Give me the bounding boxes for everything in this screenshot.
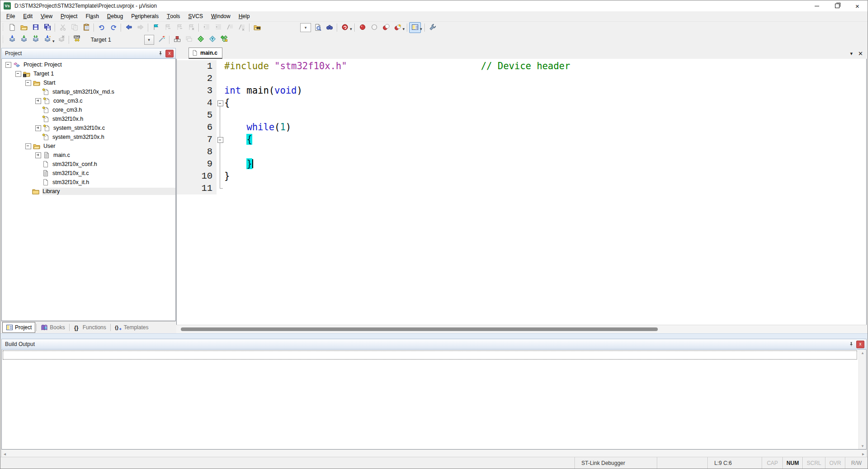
disable-all-breakpoints-button[interactable]	[380, 22, 392, 33]
chevron-down-icon[interactable]: ▾	[144, 35, 154, 45]
navigate-back-button[interactable]	[123, 22, 135, 33]
tab-list-dropdown-icon[interactable]: ▾	[850, 51, 853, 57]
line-number[interactable]: 11	[177, 182, 217, 194]
scrollbar-thumb[interactable]	[181, 327, 658, 331]
line-number[interactable]: 4	[177, 97, 217, 109]
options-for-target-button[interactable]	[156, 34, 168, 45]
panel-tab-books[interactable]: ?Books	[38, 322, 68, 332]
kill-all-breakpoints-button[interactable]	[392, 22, 404, 33]
code-line-6[interactable]: 6 while(1)	[177, 121, 866, 133]
unindent-button[interactable]	[212, 22, 224, 33]
manage-layout-button[interactable]	[183, 34, 195, 45]
tree-item-startup-stm32f10x-md-s[interactable]: startup_stm32f10x_md.s	[2, 87, 175, 96]
find-combo[interactable]: ▾	[300, 23, 311, 32]
tree-item-stm32f10x-conf-h[interactable]: stm32f10x_conf.h	[2, 160, 175, 169]
expand-icon[interactable]	[35, 152, 41, 158]
pin-icon[interactable]	[157, 50, 164, 57]
disable-breakpoint-button[interactable]	[368, 22, 380, 33]
tree-item-user[interactable]: User	[2, 142, 175, 151]
tree-item-main-c[interactable]: main.c	[2, 151, 175, 160]
panel-tab-project[interactable]: Project	[2, 322, 35, 333]
tab-main-c[interactable]: main.c	[189, 47, 222, 59]
build-output-vertical-scrollbar[interactable]: ▴ ▾	[859, 350, 866, 449]
clear-bookmarks-button[interactable]	[185, 22, 197, 33]
target-select-combo[interactable]: Target 1▾	[87, 35, 154, 45]
cut-button[interactable]	[57, 22, 69, 33]
tree-item-stm32f10x-it-h[interactable]: stm32f10x_it.h	[2, 178, 175, 187]
new-file-button[interactable]	[6, 22, 18, 33]
translate-button[interactable]	[6, 34, 18, 45]
build-output-close-button[interactable]: x	[856, 341, 864, 348]
line-number[interactable]: 1	[177, 60, 217, 72]
next-bookmark-button[interactable]	[162, 22, 174, 33]
expand-icon[interactable]	[35, 98, 41, 104]
line-number[interactable]: 7	[177, 133, 217, 146]
tree-item-project-project[interactable]: Project: Project	[2, 60, 175, 69]
editor-horizontal-scrollbar[interactable]	[176, 325, 867, 333]
close-button[interactable]: ×	[847, 0, 868, 11]
toolbar-grip[interactable]	[2, 36, 5, 44]
tree-item-start[interactable]: Start	[2, 78, 175, 87]
pin-icon[interactable]	[848, 341, 855, 348]
line-number[interactable]: 5	[177, 109, 217, 121]
menu-svcs[interactable]: SVCS	[184, 11, 207, 21]
menu-window[interactable]: Window	[207, 11, 235, 21]
chevron-down-icon[interactable]: ▾	[403, 27, 405, 31]
panel-tab-functions[interactable]: {}Functions	[71, 322, 109, 332]
line-number[interactable]: 2	[177, 72, 217, 85]
code-line-3[interactable]: 3int main(void)	[177, 85, 866, 97]
build-output-content[interactable]: ▴ ▾	[1, 350, 867, 450]
tree-item-stm32f10x-it-c[interactable]: stm32f10x_it.c	[2, 169, 175, 178]
incremental-find-button[interactable]	[324, 22, 335, 33]
menu-flash[interactable]: Flash	[81, 11, 103, 21]
menu-debug[interactable]: Debug	[103, 11, 127, 21]
prev-bookmark-button[interactable]	[174, 22, 185, 33]
undo-button[interactable]	[96, 22, 108, 33]
uncomment-button[interactable]	[236, 22, 248, 33]
menu-tools[interactable]: Tools	[163, 11, 184, 21]
code-line-10[interactable]: 10}	[177, 170, 866, 182]
code-line-11[interactable]: 11	[177, 182, 866, 194]
debug-windows-button[interactable]	[409, 22, 421, 33]
fold-collapse-icon[interactable]	[217, 100, 223, 106]
close-file-icon[interactable]: ✕	[858, 50, 863, 57]
menu-help[interactable]: Help	[235, 11, 254, 21]
menu-project[interactable]: Project	[57, 11, 81, 21]
line-number[interactable]: 8	[177, 146, 217, 158]
minimize-button[interactable]	[807, 0, 827, 11]
paste-button[interactable]	[80, 22, 92, 33]
find-in-files-button[interactable]	[251, 22, 263, 33]
code-line-9[interactable]: 9 }	[177, 158, 866, 170]
scroll-up-icon[interactable]: ▴	[862, 351, 864, 355]
configure-button[interactable]	[427, 22, 439, 33]
expand-icon[interactable]	[35, 125, 41, 131]
collapse-icon[interactable]	[5, 62, 11, 68]
code-line-1[interactable]: 1#include "stm32f10x.h" // Device header	[177, 60, 866, 72]
navigate-forward-button[interactable]	[135, 22, 146, 33]
pack-installer-button[interactable]	[218, 34, 230, 45]
batch-build-button[interactable]	[42, 34, 53, 45]
comment-button[interactable]	[224, 22, 236, 33]
panel-tab-templates[interactable]: {}Templates	[112, 322, 152, 332]
tree-item-library[interactable]: Library	[2, 187, 175, 196]
chevron-down-icon[interactable]: ▾	[420, 27, 422, 31]
collapse-icon[interactable]	[25, 80, 31, 86]
tree-item-core-cm3-c[interactable]: core_cm3.c	[2, 96, 175, 105]
save-button[interactable]	[30, 22, 42, 33]
line-number[interactable]: 3	[177, 85, 217, 97]
scroll-left-icon[interactable]: ◂	[4, 451, 6, 456]
menu-edit[interactable]: Edit	[19, 11, 37, 21]
line-number[interactable]: 6	[177, 121, 217, 133]
code-editor[interactable]: 1#include "stm32f10x.h" // Device header…	[176, 59, 867, 325]
fold-margin[interactable]	[217, 97, 224, 109]
indent-button[interactable]	[201, 22, 212, 33]
find-in-files-dropdown-button[interactable]	[339, 22, 351, 33]
redo-button[interactable]	[108, 22, 119, 33]
line-number[interactable]: 10	[177, 170, 217, 182]
tree-item-system-stm32f10x-c[interactable]: system_stm32f10x.c	[2, 123, 175, 133]
tree-item-stm32f10x-h[interactable]: stm32f10x.h	[2, 114, 175, 123]
build-button[interactable]	[18, 34, 30, 45]
code-line-5[interactable]: 5	[177, 109, 866, 121]
select-software-packs-button[interactable]	[207, 34, 218, 45]
find-button[interactable]	[312, 22, 324, 33]
